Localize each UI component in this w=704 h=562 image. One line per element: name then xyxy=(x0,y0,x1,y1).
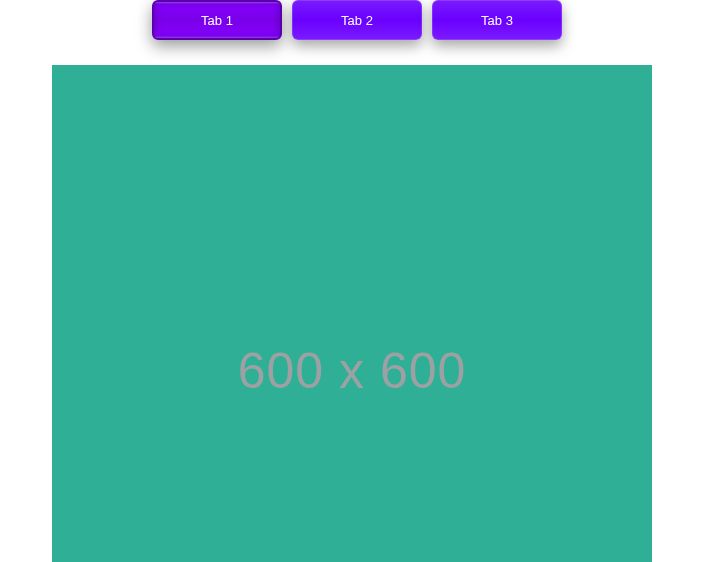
tab-label: Tab 2 xyxy=(341,13,373,28)
tab-2[interactable]: Tab 2 xyxy=(292,0,422,40)
tab-3[interactable]: Tab 3 xyxy=(432,0,562,40)
tab-label: Tab 3 xyxy=(481,13,513,28)
content-panel: 600 x 600 xyxy=(52,65,652,562)
tab-label: Tab 1 xyxy=(201,13,233,28)
tab-1[interactable]: Tab 1 xyxy=(152,0,282,40)
tabs-container: Tab 1 Tab 2 Tab 3 xyxy=(0,0,704,40)
placeholder-image-text: 600 x 600 xyxy=(238,342,467,400)
